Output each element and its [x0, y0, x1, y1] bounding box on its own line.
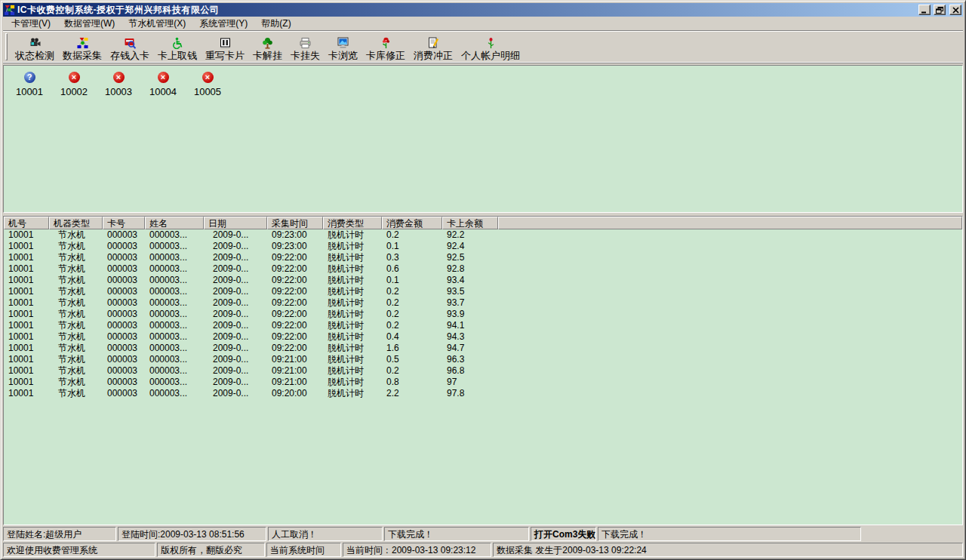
table-row[interactable]: 10001 节水机 000003 000003... 2009-0... 09:… [4, 331, 962, 343]
toolbar-button[interactable]: 存钱入卡 [106, 32, 153, 62]
header-cell-card-no[interactable]: 卡号 [103, 217, 145, 229]
header-cell-card-balance[interactable]: 卡上余额 [442, 217, 498, 229]
table-row[interactable]: 10001 节水机 000003 000003... 2009-0... 09:… [4, 343, 962, 354]
table-row[interactable]: 10001 节水机 000003 000003... 2009-0... 09:… [4, 309, 962, 320]
cell-consume-type: 脱机计时 [323, 286, 382, 297]
toolbar-button[interactable]: 重写卡片 [202, 32, 248, 62]
cell-card-balance: 92.8 [442, 263, 498, 275]
device-id-label: 10004 [149, 86, 177, 97]
table-row[interactable]: 10001 节水机 000003 000003... 2009-0... 09:… [4, 275, 962, 286]
table-row[interactable]: 10001 节水机 000003 000003... 2009-0... 09:… [4, 297, 962, 309]
cell-filler [498, 241, 962, 252]
cell-card-no: 000003 [103, 275, 145, 286]
toolbar-button[interactable]: 卡浏览 [325, 32, 361, 62]
cell-machine-type: 节水机 [49, 343, 103, 354]
toolbar-button[interactable]: 卡挂失 [287, 32, 324, 62]
cell-card-balance: 94.7 [442, 343, 498, 354]
table-row[interactable]: 10001 节水机 000003 000003... 2009-0... 09:… [4, 377, 962, 388]
cell-date: 2009-0... [204, 275, 267, 286]
cell-filler [498, 343, 962, 354]
device-item[interactable]: 10003 [97, 72, 140, 97]
toolbar-buttons: 状态检测 数据采集 存钱入卡 卡上取钱 [11, 32, 525, 62]
cell-machine-no: 10001 [4, 354, 49, 365]
cell-card-balance: 92.5 [442, 252, 498, 263]
toolbar-grip-handle[interactable] [5, 33, 8, 60]
toolbar-button[interactable]: 消费冲正 [410, 32, 457, 62]
table-row[interactable]: 10001 节水机 000003 000003... 2009-0... 09:… [4, 320, 962, 331]
cell-machine-no: 10001 [4, 241, 49, 252]
menu-item[interactable]: 节水机管理(X) [122, 16, 192, 32]
table-row[interactable]: 10001 节水机 000003 000003... 2009-0... 09:… [4, 365, 962, 377]
cell-card-no: 000003 [103, 263, 145, 275]
cell-date: 2009-0... [204, 320, 267, 331]
device-status-icon [69, 72, 80, 83]
toolbar-button[interactable]: 数据采集 [59, 32, 106, 62]
toolbar-button-label: 消费冲正 [414, 51, 453, 61]
cell-filler [498, 388, 962, 399]
header-cell-date[interactable]: 日期 [204, 217, 267, 229]
cell-card-no: 000003 [103, 343, 145, 354]
cell-filler [498, 275, 962, 286]
toolbar-button[interactable]: 卡库修正 [362, 32, 409, 62]
cell-machine-no: 10001 [4, 331, 49, 343]
cell-date: 2009-0... [204, 388, 267, 399]
header-cell-machine-no[interactable]: 机号 [4, 217, 49, 229]
device-item[interactable]: 10001 [8, 72, 51, 97]
device-item[interactable]: 10002 [53, 72, 95, 97]
table-row[interactable]: 10001 节水机 000003 000003... 2009-0... 09:… [4, 354, 962, 365]
cell-filler [498, 229, 962, 241]
cell-machine-type: 节水机 [49, 241, 103, 252]
cell-consume-amount: 0.1 [382, 275, 442, 286]
cell-card-no: 000003 [103, 241, 145, 252]
cell-date: 2009-0... [204, 286, 267, 297]
device-item[interactable]: 10004 [142, 72, 184, 97]
cell-machine-type: 节水机 [49, 252, 103, 263]
header-cell-machine-type[interactable]: 机器类型 [49, 217, 103, 229]
toolbar-button[interactable]: 卡上取钱 [154, 32, 201, 62]
cell-machine-type: 节水机 [49, 309, 103, 320]
cell-date: 2009-0... [204, 229, 267, 241]
menu-item[interactable]: 数据管理(W) [57, 16, 122, 32]
cell-card-balance: 93.7 [442, 297, 498, 309]
minimize-button[interactable] [918, 5, 931, 15]
device-id-label: 10001 [16, 86, 43, 97]
toolbar-button[interactable]: 个人帐户明细 [457, 32, 524, 62]
cell-consume-amount: 0.2 [382, 286, 442, 297]
table-row[interactable]: 10001 节水机 000003 000003... 2009-0... 09:… [4, 252, 962, 263]
cell-machine-no: 10001 [4, 365, 49, 377]
cell-consume-type: 脱机计时 [323, 320, 382, 331]
header-cell-consume-type[interactable]: 消费类型 [323, 217, 382, 229]
status-panel: 当前系统时间 [266, 543, 341, 557]
close-button[interactable] [949, 5, 961, 15]
cell-name: 000003... [145, 297, 204, 309]
withdraw-icon [171, 36, 184, 49]
cell-card-balance: 97.8 [442, 388, 498, 399]
table-row[interactable]: 10001 节水机 000003 000003... 2009-0... 09:… [4, 229, 962, 241]
cell-machine-type: 节水机 [49, 229, 103, 241]
table-row[interactable]: 10001 节水机 000003 000003... 2009-0... 09:… [4, 263, 962, 275]
header-cell-collect-time[interactable]: 采集时间 [267, 217, 323, 229]
cell-consume-type: 脱机计时 [323, 331, 382, 343]
toolbar-button-label: 重写卡片 [205, 51, 245, 61]
cell-consume-type: 脱机计时 [323, 309, 382, 320]
cell-card-balance: 92.2 [442, 229, 498, 241]
device-item[interactable]: 10005 [186, 72, 229, 97]
table-row[interactable]: 10001 节水机 000003 000003... 2009-0... 09:… [4, 241, 962, 252]
cell-filler [498, 365, 962, 377]
cell-name: 000003... [145, 377, 204, 388]
cell-card-balance: 94.3 [442, 331, 498, 343]
toolbar-button[interactable]: 状态检测 [11, 32, 58, 62]
table-row[interactable]: 10001 节水机 000003 000003... 2009-0... 09:… [4, 286, 962, 297]
cell-date: 2009-0... [204, 365, 267, 377]
table-row[interactable]: 10001 节水机 000003 000003... 2009-0... 09:… [4, 388, 962, 399]
cell-machine-type: 节水机 [49, 286, 103, 297]
toolbar-button[interactable]: 卡解挂 [249, 32, 286, 62]
menu-item[interactable]: 帮助(Z) [254, 16, 297, 32]
header-cell-consume-amount[interactable]: 消费金额 [382, 217, 442, 229]
menu-item[interactable]: 系统管理(Y) [192, 16, 254, 32]
header-cell-name[interactable]: 姓名 [145, 217, 204, 229]
cell-name: 000003... [145, 252, 204, 263]
cell-card-no: 000003 [103, 309, 145, 320]
menu-item[interactable]: 卡管理(V) [5, 16, 57, 32]
restore-button[interactable] [934, 5, 946, 15]
